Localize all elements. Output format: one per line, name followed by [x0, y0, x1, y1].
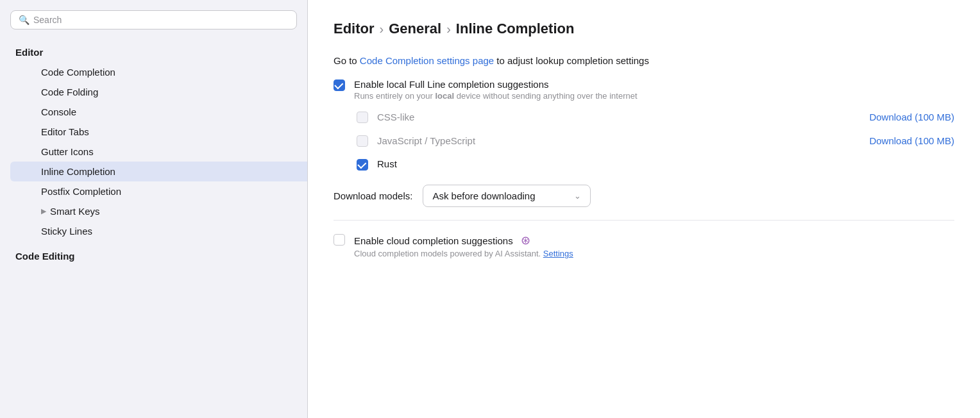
divider [334, 220, 954, 221]
rust-checkbox-wrap[interactable] [357, 159, 369, 172]
js-ts-checkbox-wrap[interactable] [357, 135, 369, 148]
rust-setting-row: Rust [334, 158, 954, 172]
css-like-checkbox[interactable] [357, 112, 368, 123]
full-line-sublabel: Runs entirely on your local device witho… [354, 91, 954, 101]
cloud-checkbox-wrap[interactable] [334, 234, 346, 247]
rust-label: Rust [377, 158, 397, 169]
main-content: Editor › General › Inline Completion Go … [308, 0, 980, 418]
cloud-checkbox[interactable] [334, 234, 345, 246]
intro-text: Go to Code Completion settings page to a… [334, 55, 954, 66]
sidebar-section-editor: Editor [10, 42, 307, 62]
breadcrumb-sep-1: › [380, 22, 384, 37]
search-input[interactable] [33, 15, 289, 25]
sidebar: 🔍 Editor Code Completion Code Folding Co… [0, 0, 308, 418]
css-like-inline-row: CSS-like Download (100 MB) [377, 111, 954, 122]
sidebar-item-smart-keys[interactable]: ▶ Smart Keys [10, 201, 307, 221]
sidebar-section-code-editing: Code Editing [10, 246, 307, 266]
breadcrumb: Editor › General › Inline Completion [334, 21, 954, 37]
sidebar-item-code-completion[interactable]: Code Completion [10, 62, 307, 82]
full-line-setting-row: Enable local Full Line completion sugges… [334, 79, 954, 101]
cloud-settings-link[interactable]: Settings [543, 249, 573, 258]
js-ts-download-link[interactable]: Download (100 MB) [869, 135, 954, 146]
code-completion-link[interactable]: Code Completion settings page [360, 55, 494, 66]
search-box[interactable]: 🔍 [10, 10, 297, 29]
search-icon: 🔍 [19, 15, 30, 25]
download-models-dropdown[interactable]: Ask before downloading ⌄ [423, 185, 590, 207]
cloud-ai-icon: ⊛ [521, 233, 530, 247]
full-line-checkbox-wrap[interactable] [334, 79, 346, 92]
sidebar-item-sticky-lines[interactable]: Sticky Lines [10, 221, 307, 241]
cloud-sublabel: Cloud completion models powered by AI As… [354, 249, 954, 258]
sidebar-item-editor-tabs[interactable]: Editor Tabs [10, 122, 307, 142]
css-like-checkbox-wrap[interactable] [357, 112, 369, 124]
download-models-label: Download models: [334, 190, 412, 201]
full-line-label-group: Enable local Full Line completion sugges… [354, 79, 954, 101]
sidebar-item-code-folding[interactable]: Code Folding [10, 82, 307, 102]
chevron-down-icon: ⌄ [574, 191, 581, 201]
cloud-label: Enable cloud completion suggestions [354, 235, 513, 246]
css-like-download-link[interactable]: Download (100 MB) [869, 111, 954, 122]
css-like-label: CSS-like [377, 112, 414, 122]
js-ts-setting-row: JavaScript / TypeScript Download (100 MB… [334, 135, 954, 148]
download-models-row: Download models: Ask before downloading … [334, 185, 954, 207]
sidebar-item-console[interactable]: Console [10, 102, 307, 122]
cloud-label-group: Enable cloud completion suggestions ⊛ Cl… [354, 233, 954, 258]
sidebar-item-inline-completion[interactable]: Inline Completion [10, 162, 307, 181]
full-line-checkbox[interactable] [334, 79, 345, 91]
full-line-label: Enable local Full Line completion sugges… [354, 79, 954, 90]
sidebar-item-gutter-icons[interactable]: Gutter Icons [10, 142, 307, 162]
rust-checkbox[interactable] [357, 159, 368, 171]
css-like-setting-row: CSS-like Download (100 MB) [334, 111, 954, 124]
js-ts-inline-row: JavaScript / TypeScript Download (100 MB… [377, 135, 954, 146]
js-ts-label: JavaScript / TypeScript [377, 135, 475, 146]
dropdown-selected-text: Ask before downloading [432, 190, 535, 201]
js-ts-checkbox[interactable] [357, 135, 368, 147]
cloud-setting-row: Enable cloud completion suggestions ⊛ Cl… [334, 233, 954, 258]
breadcrumb-sep-2: › [446, 22, 451, 37]
chevron-right-icon: ▶ [41, 207, 46, 215]
sidebar-item-postfix-completion[interactable]: Postfix Completion [10, 181, 307, 201]
